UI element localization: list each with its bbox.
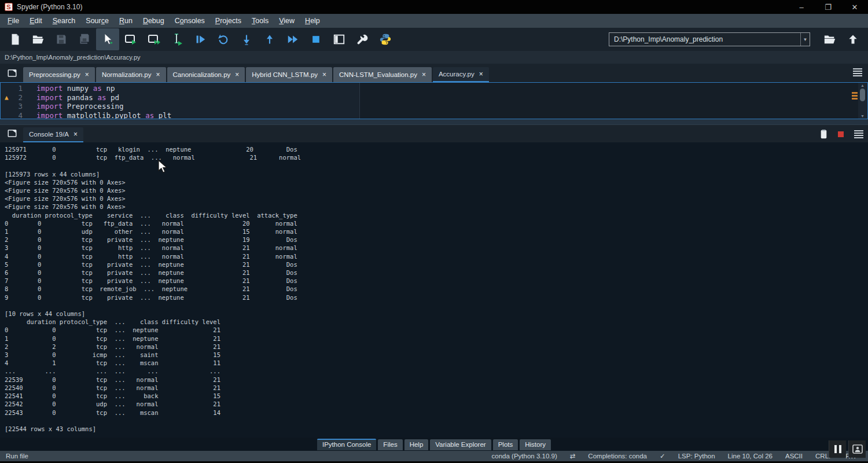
editor-tab-label: Hybrid CNN_LSTM.py: [252, 71, 318, 78]
tab-close-icon[interactable]: ×: [322, 71, 326, 79]
completions-status[interactable]: Completions: conda: [588, 453, 647, 460]
webcam-toggle-button[interactable]: [848, 440, 866, 458]
menu-item[interactable]: Run: [114, 15, 138, 27]
pane-tabs: IPython Console Files Help Variable Expl…: [0, 438, 868, 451]
menu-item[interactable]: Debug: [138, 15, 170, 27]
pane-tab[interactable]: Plots: [493, 439, 518, 450]
menu-item[interactable]: Projects: [210, 15, 247, 27]
pause-recording-button[interactable]: [829, 440, 846, 458]
step-into-button[interactable]: [235, 28, 258, 50]
debug-file-button[interactable]: [189, 28, 212, 50]
editor-tab[interactable]: Canonicalization.py ×: [167, 67, 245, 82]
up-arrow-icon: [847, 34, 859, 45]
scrollbar-thumb[interactable]: [860, 89, 865, 101]
continue-button[interactable]: [281, 28, 304, 50]
menu-item[interactable]: Consoles: [170, 15, 210, 27]
editor-options-menu-button[interactable]: [853, 67, 862, 78]
pane-tab[interactable]: IPython Console: [317, 439, 376, 450]
pane-splitter[interactable]: [0, 119, 868, 125]
combo-dropdown-icon[interactable]: ▼: [800, 33, 810, 46]
browse-console-tabs-button[interactable]: [5, 126, 20, 141]
close-button[interactable]: ✕: [841, 0, 868, 14]
warning-icon: ▲: [5, 93, 9, 102]
browse-tabs-button[interactable]: [5, 65, 20, 80]
scroll-up-icon[interactable]: ▲: [860, 83, 865, 87]
console-options-menu-button[interactable]: [854, 129, 863, 139]
ipython-console[interactable]: 125971 0 tcp klogin ... neptune 20 Dos 1…: [0, 142, 868, 438]
re-run-icon: [217, 33, 230, 46]
line-number: 2: [18, 93, 23, 102]
scrollbar-warning-marks: [852, 92, 858, 101]
status-bar: Run file conda (Python 3.10.9) ⇄ Complet…: [0, 451, 868, 461]
editor-tab-label: Accuracy.py: [439, 71, 475, 78]
run-file-button[interactable]: [96, 28, 119, 50]
editor-tab[interactable]: CNN-LSTM_Evaluation.py ×: [333, 67, 432, 82]
editor-tab[interactable]: Preprocessing.py ×: [23, 67, 95, 82]
working-directory-combo[interactable]: D:\Python_Imp\Anomaly_prediction ▼: [609, 32, 810, 46]
tab-close-icon[interactable]: ×: [156, 71, 160, 79]
console-tab-bar: Console 19/A ×: [0, 125, 868, 142]
tab-close-icon[interactable]: ×: [422, 71, 426, 79]
pane-tab[interactable]: Files: [378, 439, 402, 450]
parent-directory-button[interactable]: [841, 28, 865, 50]
preferences-button[interactable]: [351, 28, 374, 50]
re-run-cell-button[interactable]: [212, 28, 235, 50]
menu-item[interactable]: Edit: [24, 15, 47, 27]
editor-tab[interactable]: Accuracy.py ×: [433, 67, 489, 82]
restore-button[interactable]: ❐: [815, 0, 841, 14]
code-line: 3import Preprocessing: [1, 102, 858, 111]
open-folder-icon: [32, 33, 45, 46]
tab-close-icon[interactable]: ×: [235, 71, 239, 79]
tab-close-icon[interactable]: ×: [479, 70, 483, 78]
run-cell-advance-button[interactable]: [142, 28, 165, 50]
pane-tab[interactable]: Variable Explorer: [430, 439, 491, 450]
title-bar: S Spyder (Python 3.10) – ❐ ✕: [0, 0, 868, 14]
tab-close-icon[interactable]: ×: [73, 130, 78, 138]
menu-item[interactable]: View: [274, 15, 300, 27]
pane-tab[interactable]: History: [520, 439, 551, 450]
conda-env-status[interactable]: conda (Python 3.10.9): [492, 453, 557, 460]
scroll-down-icon[interactable]: ▼: [860, 114, 865, 118]
run-cell-icon: [124, 32, 138, 46]
maximize-pane-icon: [333, 33, 345, 46]
run-cell-advance-icon: [147, 32, 161, 46]
editor-scrollbar[interactable]: ▲ ▼: [858, 83, 867, 119]
pane-tab[interactable]: Help: [404, 439, 429, 450]
console-tab-label: Console 19/A: [29, 131, 69, 138]
run-selection-button[interactable]: [165, 28, 189, 50]
inspect-object-icon[interactable]: [820, 130, 827, 139]
lsp-status[interactable]: LSP: Python: [678, 453, 715, 460]
editor-tab-label: Canonicalization.py: [173, 71, 231, 78]
maximize-pane-button[interactable]: [328, 28, 351, 50]
editor-tab-label: CNN-LSTM_Evaluation.py: [339, 71, 417, 78]
editor-tab-label: Normalization.py: [102, 71, 152, 78]
continue-icon: [286, 33, 300, 46]
code-area[interactable]: 1import numpy as np▲2import pandas as pd…: [1, 84, 858, 119]
console-tab[interactable]: Console 19/A ×: [23, 127, 83, 142]
encoding-status: ASCII: [785, 453, 803, 460]
line-number: 1: [18, 84, 23, 93]
run-selection-icon: [170, 32, 184, 46]
stop-button[interactable]: [304, 28, 328, 50]
editor-tab[interactable]: Normalization.py ×: [96, 67, 166, 82]
editor-tab[interactable]: Hybrid CNN_LSTM.py ×: [246, 67, 332, 82]
new-file-button[interactable]: [3, 28, 27, 50]
menu-item[interactable]: File: [2, 15, 24, 27]
menu-item[interactable]: Search: [47, 15, 81, 27]
completions-sync-icon: ⇄: [570, 452, 576, 460]
step-return-button[interactable]: [258, 28, 281, 50]
python-path-manager-button[interactable]: [374, 28, 397, 50]
menu-item[interactable]: Help: [300, 15, 325, 27]
browse-directory-button[interactable]: [818, 28, 841, 50]
editor-tab-bar: Preprocessing.py × Normalization.py × Ca…: [0, 64, 868, 82]
line-number: 3: [18, 102, 23, 111]
minimize-button[interactable]: –: [788, 0, 815, 14]
menu-item[interactable]: Tools: [247, 15, 274, 27]
interrupt-kernel-icon[interactable]: [838, 131, 844, 137]
tab-close-icon[interactable]: ×: [85, 71, 89, 79]
open-file-button[interactable]: [27, 28, 50, 50]
save-icon: [56, 34, 67, 45]
run-cell-button[interactable]: [119, 28, 142, 50]
menu-item[interactable]: Source: [80, 15, 114, 27]
code-editor[interactable]: 1import numpy as np▲2import pandas as pd…: [0, 82, 868, 119]
